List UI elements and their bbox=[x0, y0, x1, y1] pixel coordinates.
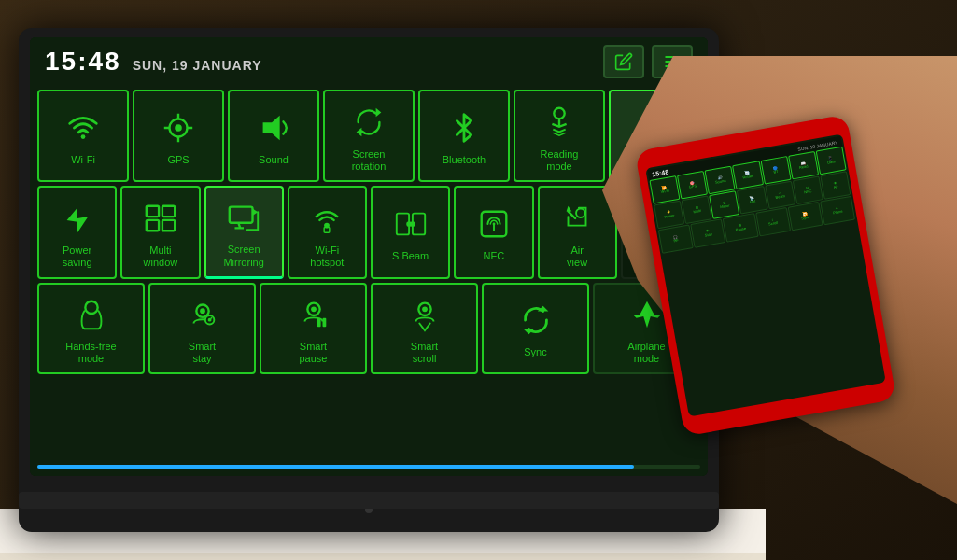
tile-hands-free[interactable]: Hands-freemode bbox=[37, 283, 145, 374]
tile-nfc[interactable]: NFC bbox=[454, 186, 533, 278]
svg-rect-40 bbox=[322, 318, 326, 328]
smart-pause-label: Smartpause bbox=[300, 341, 328, 365]
svg-point-38 bbox=[311, 306, 317, 312]
tile-reading-mode[interactable]: Readingmode bbox=[514, 90, 605, 182]
qs-row-3: Hands-freemode bbox=[37, 283, 700, 374]
wifi-icon bbox=[63, 107, 104, 148]
svg-rect-18 bbox=[162, 220, 175, 231]
progress-bar-container bbox=[37, 465, 700, 469]
sound-label: Sound bbox=[259, 154, 289, 166]
power-saving-label: Powersaving bbox=[63, 245, 92, 269]
phone-mini-grid: 15:48 SUN, 19 JANUARY 📶 Wi-Fi 🎯 GPS 🔊 bbox=[645, 133, 857, 257]
hands-free-icon bbox=[71, 294, 112, 335]
tile-gps[interactable]: GPS bbox=[133, 90, 224, 182]
svg-point-27 bbox=[410, 222, 415, 228]
screen-rotation-label: Screenrotation bbox=[352, 148, 387, 173]
phone-tile-stay: 👁 Stay bbox=[690, 218, 725, 248]
reading-icon bbox=[539, 102, 580, 143]
qs-row-2: Powersaving Multiwindow bbox=[37, 186, 700, 278]
tile-sound[interactable]: Sound bbox=[228, 90, 319, 182]
shelf-front bbox=[0, 553, 766, 560]
s-beam-label: S Beam bbox=[392, 250, 429, 262]
s-beam-icon bbox=[390, 203, 431, 245]
rotation-icon bbox=[348, 102, 389, 143]
svg-point-5 bbox=[175, 124, 182, 132]
phone-tile-read: 📖 Read bbox=[788, 151, 819, 180]
svg-marker-10 bbox=[263, 116, 280, 141]
sound-icon bbox=[253, 107, 294, 148]
tile-screen-mirroring[interactable]: ScreenMirroring bbox=[204, 186, 284, 278]
phone-tile-sbeam: ↔ Beam bbox=[765, 181, 795, 210]
air-view-icon bbox=[556, 198, 598, 239]
phone-screen: 15:48 SUN, 19 JANUARY 📶 Wi-Fi 🎯 GPS 🔊 bbox=[645, 133, 886, 416]
svg-rect-39 bbox=[317, 318, 320, 328]
phone-tile-gps: 🎯 GPS bbox=[677, 171, 708, 200]
phone-tile-hot: 📡 Hot bbox=[737, 186, 767, 215]
multi-window-label: Multiwindow bbox=[144, 245, 178, 269]
gps-icon bbox=[158, 107, 199, 148]
hands-free-label: Hands-freemode bbox=[65, 341, 116, 365]
multi-window-icon bbox=[140, 198, 181, 239]
tile-sync[interactable]: Sync bbox=[482, 283, 589, 374]
power-saving-icon bbox=[57, 198, 98, 239]
date: SUN, 19 JANUARY bbox=[133, 58, 262, 73]
wifi-label: Wi-Fi bbox=[71, 154, 95, 166]
qs-row-1: Wi-Fi G bbox=[37, 90, 700, 182]
nfc-icon bbox=[473, 203, 514, 245]
phone-tile-sound: 🔊 Sound bbox=[705, 166, 736, 195]
tile-screen-rotation[interactable]: Screenrotation bbox=[323, 90, 415, 182]
phone-container: 15:48 SUN, 19 JANUARY 📶 Wi-Fi 🎯 GPS 🔊 bbox=[602, 56, 957, 504]
phone-tile-bt: 🔵 BT bbox=[760, 156, 791, 185]
tile-smart-pause[interactable]: Smartpause bbox=[260, 283, 367, 374]
bluetooth-label: Bluetooth bbox=[443, 154, 486, 166]
sync-icon bbox=[515, 300, 556, 341]
gps-label: GPS bbox=[167, 154, 189, 166]
phone-tile-nfc: N NFC bbox=[793, 175, 823, 204]
phone-tile-air: 👁 Air bbox=[820, 171, 851, 200]
phone-tile-pwr: ⚡ Power bbox=[654, 201, 684, 230]
phone-tile-mirror: 🖥 Mirror bbox=[709, 190, 739, 219]
phone-tile-scroll: ↕ Scroll bbox=[755, 207, 791, 237]
svg-marker-11 bbox=[376, 107, 382, 117]
nfc-label: NFC bbox=[484, 250, 505, 262]
smart-scroll-icon bbox=[404, 294, 445, 335]
tile-wifi-hotspot[interactable]: Wi-Fihotspot bbox=[288, 186, 367, 278]
tile-power-saving[interactable]: Powersaving bbox=[37, 186, 117, 278]
wifi-hotspot-label: Wi-Fihotspot bbox=[310, 245, 344, 269]
svg-point-13 bbox=[554, 107, 564, 118]
tile-smart-scroll[interactable]: Smartscroll bbox=[371, 283, 478, 374]
smart-stay-label: Smartstay bbox=[189, 341, 216, 365]
time-date: 15:48 SUN, 19 JANUARY bbox=[45, 47, 262, 77]
screen-mirroring-icon bbox=[223, 197, 264, 238]
clock: 15:48 bbox=[45, 47, 121, 77]
svg-point-31 bbox=[85, 301, 97, 314]
smart-stay-icon bbox=[182, 294, 223, 335]
sync-label: Sync bbox=[524, 346, 546, 358]
tile-s-beam[interactable]: S Beam bbox=[371, 186, 450, 278]
phone-tile-multi: ⊞ Multi bbox=[682, 195, 712, 224]
svg-rect-16 bbox=[162, 206, 175, 217]
svg-rect-17 bbox=[147, 220, 159, 231]
phone-tile-rotation: 🔄 Rotate bbox=[732, 161, 763, 189]
svg-rect-15 bbox=[147, 206, 159, 217]
phone-tile-sync: 🔁 Sync bbox=[787, 202, 823, 231]
svg-point-30 bbox=[576, 208, 585, 217]
svg-rect-19 bbox=[230, 207, 253, 223]
svg-point-42 bbox=[422, 306, 428, 312]
svg-point-36 bbox=[210, 317, 212, 319]
tile-wifi[interactable]: Wi-Fi bbox=[37, 90, 129, 182]
tile-bluetooth[interactable]: Bluetooth bbox=[418, 90, 510, 182]
phone-tile-data: 📱 Data bbox=[816, 147, 847, 175]
svg-point-33 bbox=[200, 308, 205, 314]
tile-multi-window[interactable]: Multiwindow bbox=[120, 186, 200, 278]
phone-tile-pause: ⏸ Pause bbox=[723, 213, 758, 243]
phone-tile-plane: ✈ Plane bbox=[820, 196, 855, 226]
progress-bar bbox=[37, 465, 634, 469]
bluetooth-icon bbox=[443, 107, 485, 148]
screen-mirroring-label: ScreenMirroring bbox=[223, 244, 263, 268]
air-view-label: Airview bbox=[567, 245, 587, 269]
smart-scroll-label: Smartscroll bbox=[411, 341, 438, 365]
tile-smart-stay[interactable]: Smartstay bbox=[148, 283, 256, 374]
reading-mode-label: Readingmode bbox=[541, 148, 579, 173]
phone-tile-wifi: 📶 Wi-Fi bbox=[649, 175, 680, 204]
